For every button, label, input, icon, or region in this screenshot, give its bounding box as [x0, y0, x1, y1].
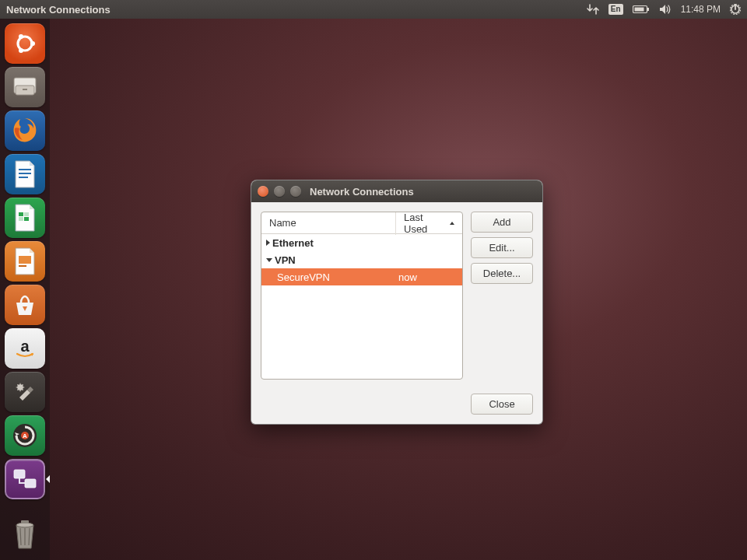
- svg-rect-27: [14, 470, 25, 478]
- action-buttons: Add Edit... Delete...: [471, 212, 533, 380]
- connections-list[interactable]: Name Last Used Ethernet VPN SecureVPN no…: [261, 212, 463, 380]
- calc-icon: [12, 203, 37, 233]
- sound-indicator-icon[interactable]: [659, 4, 672, 15]
- updater-icon: A: [11, 422, 39, 450]
- ubuntu-logo-icon: [12, 30, 38, 57]
- launcher-trash[interactable]: [5, 513, 45, 554]
- expand-collapsed-icon: [266, 240, 270, 246]
- delete-button[interactable]: Delete...: [471, 263, 533, 284]
- group-label: VPN: [275, 254, 296, 266]
- launcher-ubuntu-software[interactable]: [5, 285, 45, 325]
- software-center-icon: [12, 292, 38, 318]
- sort-ascending-icon: [450, 222, 454, 225]
- connection-last-used: now: [395, 271, 462, 283]
- launcher-network-settings[interactable]: [5, 459, 45, 499]
- menubar-app-title: Network Connections: [6, 4, 587, 16]
- svg-text:a: a: [20, 338, 30, 355]
- launcher-libreoffice-calc[interactable]: [5, 198, 45, 238]
- launcher-libreoffice-impress[interactable]: [5, 241, 45, 282]
- svg-rect-20: [19, 256, 31, 264]
- network-indicator-icon[interactable]: [587, 4, 599, 15]
- network-connections-dialog: Network Connections Name Last Used Ether…: [251, 180, 543, 425]
- launcher-system-settings[interactable]: [5, 372, 45, 412]
- amazon-icon: a: [12, 336, 37, 361]
- network-settings-icon: [12, 467, 38, 491]
- svg-text:A: A: [23, 432, 27, 439]
- dialog-title: Network Connections: [310, 186, 414, 198]
- writer-icon: [12, 159, 37, 189]
- files-icon: [12, 75, 38, 99]
- active-app-indicator-icon: [46, 475, 50, 483]
- battery-indicator-icon[interactable]: [633, 5, 650, 14]
- svg-rect-13: [19, 169, 31, 170]
- impress-icon: [12, 247, 37, 276]
- launcher-files[interactable]: [5, 67, 45, 107]
- unity-launcher: a A: [0, 19, 50, 560]
- indicator-area: En 11:48 PM: [587, 4, 741, 15]
- session-indicator-icon[interactable]: [730, 4, 741, 15]
- list-header: Name Last Used: [261, 212, 462, 234]
- svg-rect-21: [19, 265, 26, 267]
- svg-rect-17: [24, 212, 29, 216]
- firefox-icon: [10, 116, 40, 145]
- group-vpn[interactable]: VPN: [261, 251, 462, 268]
- group-label: Ethernet: [272, 237, 314, 249]
- window-minimize-button[interactable]: [274, 186, 285, 197]
- column-header-name[interactable]: Name: [261, 217, 395, 229]
- svg-rect-18: [19, 217, 23, 221]
- svg-rect-16: [19, 212, 23, 216]
- launcher-software-updater[interactable]: A: [5, 415, 45, 456]
- trash-icon: [9, 516, 40, 551]
- dialog-footer: Close: [251, 389, 542, 424]
- svg-rect-11: [23, 89, 27, 90]
- connection-name: SecureVPN: [261, 271, 395, 283]
- connection-row-securevpn[interactable]: SecureVPN now: [261, 268, 462, 285]
- launcher-firefox[interactable]: [5, 110, 45, 151]
- top-menubar: Network Connections En 11:48 PM: [0, 0, 747, 19]
- launcher-libreoffice-writer[interactable]: [5, 154, 45, 194]
- svg-rect-1: [634, 8, 644, 12]
- keyboard-indicator[interactable]: En: [608, 4, 623, 15]
- close-button[interactable]: Close: [471, 394, 533, 415]
- svg-point-8: [19, 48, 23, 53]
- svg-rect-30: [21, 520, 29, 523]
- dialog-titlebar[interactable]: Network Connections: [251, 180, 542, 202]
- window-close-button[interactable]: [258, 186, 268, 197]
- add-button[interactable]: Add: [471, 212, 533, 233]
- svg-point-7: [19, 34, 23, 39]
- svg-rect-2: [647, 8, 649, 11]
- svg-point-6: [30, 41, 35, 46]
- edit-button[interactable]: Edit...: [471, 237, 533, 258]
- expand-expanded-icon: [266, 258, 272, 262]
- settings-icon: [12, 379, 38, 405]
- svg-rect-15: [19, 177, 28, 178]
- svg-rect-19: [24, 217, 29, 221]
- launcher-amazon[interactable]: a: [5, 328, 45, 369]
- svg-rect-28: [25, 479, 36, 488]
- launcher-ubuntu-dash[interactable]: [5, 23, 45, 64]
- column-header-last-used[interactable]: Last Used: [395, 212, 462, 235]
- clock-indicator[interactable]: 11:48 PM: [681, 4, 721, 15]
- svg-rect-14: [19, 173, 31, 174]
- group-ethernet[interactable]: Ethernet: [261, 234, 462, 251]
- window-maximize-button[interactable]: [290, 186, 301, 197]
- list-rows: Ethernet VPN SecureVPN now: [261, 234, 462, 379]
